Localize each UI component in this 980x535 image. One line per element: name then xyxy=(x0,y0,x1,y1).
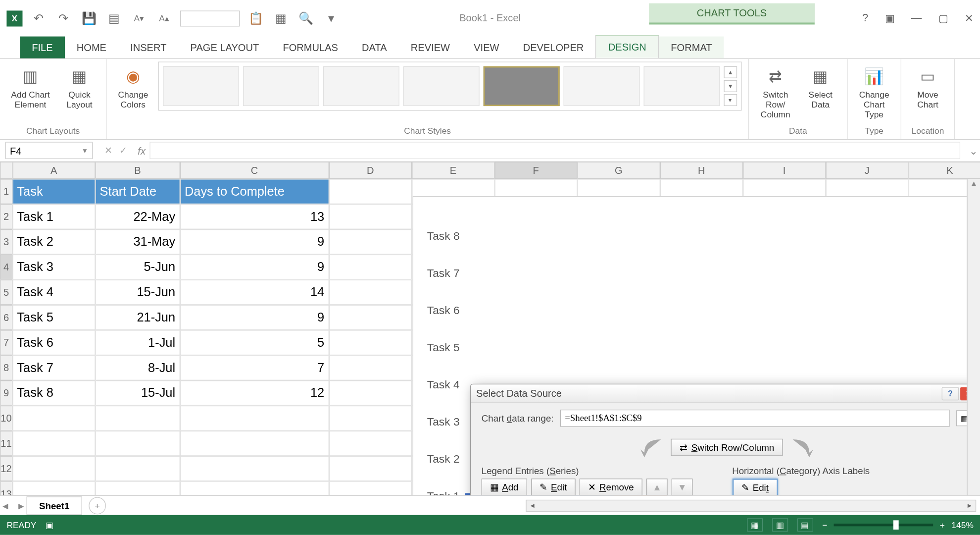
quick-layout-button[interactable]: ▦Quick Layout xyxy=(59,61,99,109)
style-thumb[interactable] xyxy=(323,66,399,106)
cell[interactable] xyxy=(95,431,180,456)
font-increase-button[interactable]: A▴ xyxy=(155,9,173,27)
select-all-corner[interactable] xyxy=(0,161,12,179)
cell[interactable] xyxy=(12,431,95,456)
scroll-up-icon[interactable]: ▲ xyxy=(968,179,980,191)
dialog-help-button[interactable]: ? xyxy=(942,387,959,400)
name-box[interactable]: F4▼ xyxy=(5,142,93,159)
horizontal-scrollbar[interactable]: ◄ ► xyxy=(526,499,976,511)
cell[interactable] xyxy=(329,481,412,495)
save-button[interactable]: 💾 xyxy=(80,9,98,27)
cell[interactable]: 8-Jul xyxy=(95,355,180,380)
cell[interactable] xyxy=(329,280,412,305)
cell[interactable]: Days to Complete xyxy=(180,179,329,204)
qat-btn-3[interactable]: 🔍 xyxy=(296,9,315,27)
cell[interactable] xyxy=(180,406,329,431)
spreadsheet-grid[interactable]: 12345678910111213141516 ABCDEFGHIJKLMN T… xyxy=(0,161,980,495)
redo-button[interactable]: ↷ xyxy=(54,9,73,27)
edit-axis-labels-button[interactable]: ✎Edit xyxy=(732,479,778,495)
column-header[interactable]: A xyxy=(12,161,95,179)
column-header[interactable]: E xyxy=(412,161,494,179)
row-header[interactable]: 7 xyxy=(0,330,12,355)
close-button[interactable]: ✕ xyxy=(965,12,973,24)
cell[interactable] xyxy=(12,406,95,431)
column-header[interactable]: D xyxy=(329,161,412,179)
cell[interactable] xyxy=(12,456,95,482)
tab-review[interactable]: REVIEW xyxy=(399,37,462,58)
row-header[interactable]: 13 xyxy=(0,481,12,495)
column-header[interactable]: C xyxy=(180,161,329,179)
style-thumb[interactable] xyxy=(644,66,720,106)
tab-design[interactable]: DESIGN xyxy=(595,35,659,58)
tab-format[interactable]: FORMAT xyxy=(659,37,724,58)
qat-button[interactable]: ▤ xyxy=(104,9,123,27)
style-thumb[interactable] xyxy=(243,66,319,106)
tab-page-layout[interactable]: PAGE LAYOUT xyxy=(178,37,271,58)
row-header[interactable]: 11 xyxy=(0,431,12,456)
dialog-title-bar[interactable]: Select Data Source ? ✕ xyxy=(471,384,980,403)
cell[interactable] xyxy=(329,229,412,255)
cell[interactable] xyxy=(329,355,412,380)
change-chart-type-button[interactable]: 📊Change Chart Type xyxy=(854,61,894,119)
scroll-right-icon[interactable]: ► xyxy=(964,502,976,509)
move-series-down-button[interactable]: ▼ xyxy=(672,479,693,495)
font-style-dropdown[interactable] xyxy=(180,10,240,26)
row-header[interactable]: 1 xyxy=(0,179,12,204)
cell[interactable]: 15-Jul xyxy=(95,380,180,406)
cell[interactable]: 14 xyxy=(180,280,329,305)
cell[interactable] xyxy=(180,456,329,482)
cell[interactable]: 22-May xyxy=(95,204,180,229)
formula-input[interactable] xyxy=(149,142,960,159)
style-thumb-selected[interactable] xyxy=(484,66,560,106)
cell[interactable]: 21-Jun xyxy=(95,305,180,330)
cell[interactable]: 7 xyxy=(180,355,329,380)
cell[interactable]: Task 5 xyxy=(12,305,95,330)
edit-series-button[interactable]: ✎Edit xyxy=(531,479,576,495)
row-header[interactable]: 9 xyxy=(0,380,12,406)
page-layout-view-button[interactable]: ▥ xyxy=(772,518,788,532)
cell[interactable] xyxy=(329,406,412,431)
cell[interactable]: 31-May xyxy=(95,229,180,255)
prev-sheet-button[interactable]: ◄ xyxy=(1,500,10,511)
move-chart-button[interactable]: ▭Move Chart xyxy=(908,61,947,109)
cell[interactable]: Task 7 xyxy=(12,355,95,380)
row-header[interactable]: 6 xyxy=(0,305,12,330)
cell[interactable]: 15-Jun xyxy=(95,280,180,305)
macro-record-icon[interactable]: ▣ xyxy=(46,520,53,530)
column-header[interactable]: J xyxy=(826,161,908,179)
style-thumb[interactable] xyxy=(163,66,239,106)
column-header[interactable]: K xyxy=(908,161,980,179)
ribbon-display-button[interactable]: ▣ xyxy=(885,12,895,24)
cell[interactable] xyxy=(329,431,412,456)
cell[interactable]: Start Date xyxy=(95,179,180,204)
cell[interactable]: 12 xyxy=(180,380,329,406)
change-colors-button[interactable]: ◉Change Colors xyxy=(113,61,153,109)
add-sheet-button[interactable]: + xyxy=(89,497,106,514)
page-break-view-button[interactable]: ▤ xyxy=(797,518,813,532)
cell[interactable] xyxy=(329,330,412,355)
tab-insert[interactable]: INSERT xyxy=(118,37,178,58)
cell[interactable] xyxy=(329,305,412,330)
vertical-scrollbar[interactable]: ▲ xyxy=(967,179,980,495)
column-header[interactable]: I xyxy=(743,161,826,179)
cell[interactable] xyxy=(329,179,412,204)
add-chart-element-button[interactable]: ▥Add Chart Element xyxy=(6,61,54,109)
cell[interactable]: 9 xyxy=(180,229,329,255)
row-header[interactable]: 8 xyxy=(0,355,12,380)
normal-view-button[interactable]: ▦ xyxy=(747,518,763,532)
qat-btn-4[interactable]: ▾ xyxy=(322,9,340,27)
column-header[interactable]: G xyxy=(577,161,660,179)
tab-file[interactable]: FILE xyxy=(20,37,65,58)
cell[interactable]: Task 3 xyxy=(12,255,95,280)
fx-icon[interactable]: fx xyxy=(134,145,149,156)
zoom-in-button[interactable]: + xyxy=(940,520,945,530)
chart-data-range-input[interactable] xyxy=(560,410,950,427)
style-thumb[interactable] xyxy=(564,66,640,106)
switch-row-column-button[interactable]: ⇄Switch Row/ Column xyxy=(756,61,795,119)
cell[interactable]: Task 8 xyxy=(12,380,95,406)
undo-button[interactable]: ↶ xyxy=(29,9,48,27)
cell[interactable]: 13 xyxy=(180,204,329,229)
switch-row-column-dialog-button[interactable]: ⇄Switch Row/Column xyxy=(671,439,783,456)
zoom-out-button[interactable]: − xyxy=(822,520,827,530)
column-header[interactable]: F xyxy=(494,161,577,179)
